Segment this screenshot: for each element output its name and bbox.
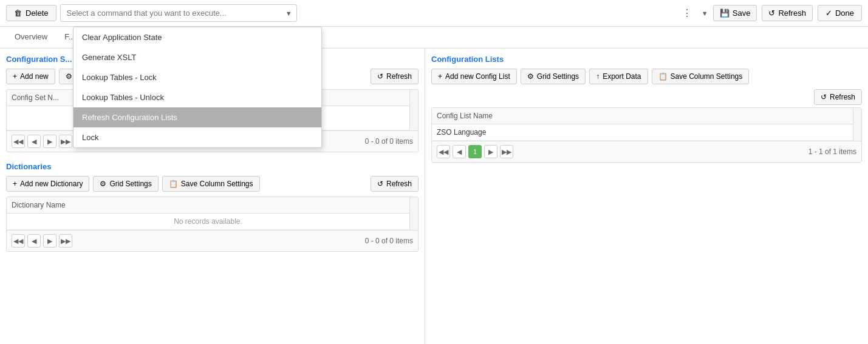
grid-settings-cl-label: Grid Settings	[537, 72, 579, 81]
add-new-dict-label: Add new Dictionary	[20, 180, 83, 188]
save-col-icon-dict: 📋	[169, 180, 178, 188]
right-panel: Configuration Lists + Add new Config Lis…	[425, 49, 868, 344]
gear-icon: ⚙	[66, 72, 72, 81]
dictionaries-table: Dictionary Name No records available.	[7, 197, 409, 230]
next-page-button[interactable]: ▶	[43, 135, 56, 148]
last-page-button[interactable]: ▶▶	[59, 135, 72, 148]
config-sets-scrollbar[interactable]	[409, 90, 418, 130]
command-select-input[interactable]	[60, 4, 297, 22]
add-new-dictionary-button[interactable]: + Add new Dictionary	[6, 176, 89, 192]
config-list-name-col-header: Config List Name	[432, 108, 853, 124]
save-col-cl-label: Save Column Settings	[671, 72, 743, 81]
top-bar: 🗑 Delete ▼ ⋮ ▼ 💾 Save ↺ Refresh ✓ Done	[0, 0, 868, 27]
dropdown-item-generate-xslt[interactable]: Generate XSLT	[73, 47, 321, 67]
dict-last-page-button[interactable]: ▶▶	[59, 234, 72, 248]
refresh-icon: ↺	[377, 72, 383, 81]
check-icon: ✓	[825, 8, 832, 18]
grid-settings-cl-button[interactable]: ⚙ Grid Settings	[521, 69, 586, 84]
dictionaries-scrollbar[interactable]	[409, 197, 418, 230]
dict-prev-page-button[interactable]: ◀	[27, 234, 41, 248]
dictionaries-toolbar: + Add new Dictionary ⚙ Grid Settings 📋 S…	[6, 176, 419, 192]
cl-prev-page-button[interactable]: ◀	[453, 145, 466, 158]
done-button[interactable]: ✓ Done	[818, 5, 862, 21]
dict-first-page-button[interactable]: ◀◀	[12, 234, 25, 248]
dropdown-item-refresh-config[interactable]: Refresh Configuration Lists	[73, 107, 321, 127]
first-page-button[interactable]: ◀◀	[12, 135, 25, 148]
top-bar-left: 🗑 Delete ▼	[6, 4, 297, 22]
refresh-cl-button[interactable]: ↺ Refresh	[814, 89, 862, 105]
config-lists-grid: Config List Name ZSO Language ◀◀	[431, 107, 862, 163]
config-lists-scrollbar[interactable]	[853, 108, 861, 141]
dictionaries-section-title: Dictionaries	[6, 162, 419, 171]
dict-no-records: No records available.	[7, 214, 409, 230]
refresh-dict-button[interactable]: ↺ Refresh	[371, 176, 419, 192]
refresh-icon-cl: ↺	[821, 93, 827, 101]
save-col-dict-label: Save Column Settings	[181, 180, 253, 188]
refresh-config-sets-button[interactable]: ↺ Refresh	[371, 69, 419, 84]
more-options-button[interactable]: ⋮	[677, 4, 697, 22]
refresh-label: Refresh	[778, 8, 806, 18]
cl-next-page-button[interactable]: ▶	[484, 145, 497, 158]
save-icon: 💾	[720, 8, 730, 18]
dictionaries-grid-inner: Dictionary Name No records available.	[7, 197, 418, 230]
refresh-icon: ↺	[768, 8, 775, 18]
config-list-row[interactable]: ZSO Language	[432, 124, 853, 141]
trash-icon: 🗑	[14, 8, 22, 18]
refresh-icon-dict: ↺	[377, 180, 383, 188]
plus-icon: +	[13, 72, 17, 81]
dict-name-col-header: Dictionary Name	[7, 197, 409, 214]
chevron-icon: ▼	[702, 10, 708, 17]
grid-settings-dict-label: Grid Settings	[109, 180, 151, 188]
prev-page-button[interactable]: ◀	[27, 135, 41, 148]
dict-no-records-row: No records available.	[7, 214, 409, 230]
cl-last-page-button[interactable]: ▶▶	[500, 145, 513, 158]
plus-icon-dict: +	[13, 180, 17, 188]
refresh-dict-label: Refresh	[386, 180, 412, 188]
save-label: Save	[733, 8, 751, 18]
dropdown-item-lookup-unlock[interactable]: Lookup Tables - Unlock	[73, 87, 321, 107]
delete-label: Delete	[26, 8, 49, 18]
delete-button[interactable]: 🗑 Delete	[6, 5, 56, 21]
dictionaries-grid-content: Dictionary Name No records available.	[7, 197, 409, 230]
refresh-button-top[interactable]: ↺ Refresh	[762, 5, 813, 21]
dropdown-item-lookup-lock[interactable]: Lookup Tables - Lock	[73, 67, 321, 87]
config-lists-grid-content: Config List Name ZSO Language	[432, 108, 853, 141]
save-col-dict-button[interactable]: 📋 Save Column Settings	[162, 176, 260, 192]
done-label: Done	[835, 8, 854, 18]
dict-nav-buttons: ◀◀ ◀ ▶ ▶▶	[12, 234, 72, 248]
config-lists-grid-inner: Config List Name ZSO Language	[432, 108, 861, 141]
top-bar-right: ⋮ ▼ 💾 Save ↺ Refresh ✓ Done	[677, 4, 862, 22]
config-sets-page-info: 0 - 0 of 0 items	[365, 137, 413, 146]
export-label: Export Data	[603, 72, 641, 81]
config-sets-nav-buttons: ◀◀ ◀ ▶ ▶▶	[12, 135, 72, 148]
dropdown-item-lock[interactable]: Lock	[73, 127, 321, 147]
dict-next-page-button[interactable]: ▶	[43, 234, 56, 248]
save-col-cl-button[interactable]: 📋 Save Column Settings	[652, 69, 750, 84]
config-lists-section-title: Configuration Lists	[431, 55, 862, 64]
cl-first-page-button[interactable]: ◀◀	[437, 145, 450, 158]
gear-icon-cl: ⚙	[527, 72, 534, 81]
export-data-button[interactable]: ↑ Export Data	[589, 69, 648, 84]
config-lists-toolbar2: ↺ Refresh	[431, 89, 862, 105]
cl-nav-buttons: ◀◀ ◀ 1 ▶ ▶▶	[437, 145, 513, 158]
config-lists-table: Config List Name ZSO Language	[432, 108, 853, 141]
refresh-label: Refresh	[386, 72, 412, 81]
refresh-cl-label: Refresh	[830, 93, 855, 101]
add-new-config-set-button[interactable]: + Add new	[6, 69, 55, 84]
add-new-config-list-button[interactable]: + Add new Config List	[431, 69, 517, 84]
export-icon: ↑	[596, 72, 600, 81]
dict-page-info: 0 - 0 of 0 items	[365, 237, 413, 245]
grid-settings-dict-button[interactable]: ⚙ Grid Settings	[93, 176, 158, 192]
gear-icon-dict: ⚙	[100, 180, 106, 188]
config-lists-toolbar: + Add new Config List ⚙ Grid Settings ↑ …	[431, 69, 862, 84]
dictionaries-grid: Dictionary Name No records available.	[6, 197, 419, 252]
dropdown-item-clear-app-state[interactable]: Clear Application State	[73, 27, 321, 47]
save-button[interactable]: 💾 Save	[713, 5, 757, 21]
add-new-label: Add new	[20, 72, 49, 81]
cl-page-1-button[interactable]: 1	[468, 145, 482, 158]
save-col-icon-cl: 📋	[658, 72, 668, 81]
tab-overview[interactable]: Overview	[6, 27, 56, 47]
command-select-wrapper: ▼	[60, 4, 297, 22]
config-lists-pagination: ◀◀ ◀ 1 ▶ ▶▶ 1 - 1 of 1 items	[432, 141, 861, 162]
plus-icon-cl: +	[438, 72, 442, 81]
